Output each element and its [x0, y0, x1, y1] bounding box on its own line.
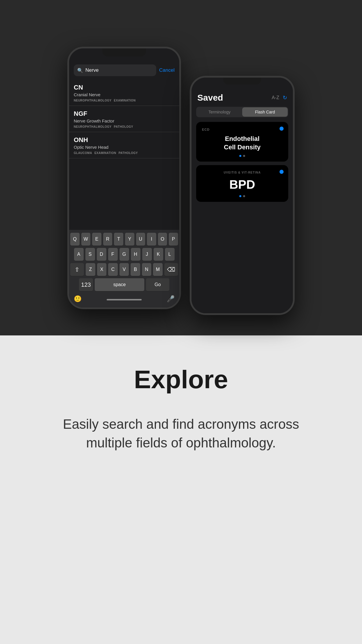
result-item-cn[interactable]: CN Cranial Nerve NEUROPHTHALMOLOGY EXAMI…	[69, 80, 179, 106]
key-u[interactable]: U	[136, 233, 145, 246]
saved-controls: A-Z ↻	[272, 94, 287, 101]
key-q[interactable]: Q	[70, 233, 80, 246]
result-name-cn: Cranial Nerve	[74, 92, 175, 97]
result-acronym-ngf: NGF	[74, 110, 175, 118]
card-abbr-ecd: ECD	[202, 128, 282, 131]
mic-icon[interactable]: 🎤	[167, 295, 175, 303]
search-icon: 🔍	[77, 68, 83, 73]
flash-card-bpd[interactable]: UVEITIS & VIT-RETINA BPD	[196, 165, 288, 202]
key-c[interactable]: C	[108, 263, 118, 276]
result-name-onh: Optic Nerve Head	[74, 145, 175, 150]
key-z[interactable]: Z	[86, 263, 95, 276]
key-x[interactable]: X	[97, 263, 107, 276]
result-item-onh[interactable]: ONH Optic Nerve Head GLAUCOMA EXAMINATIO…	[69, 132, 179, 158]
tag-exam-onh: EXAMINATION	[94, 151, 116, 155]
key-go[interactable]: Go	[146, 278, 169, 291]
key-o[interactable]: O	[158, 233, 167, 246]
tag-glaucoma: GLAUCOMA	[74, 151, 92, 155]
dot-2	[243, 155, 245, 157]
notch-left	[102, 48, 146, 57]
card-tag-bpd: UVEITIS & VIT-RETINA	[202, 171, 282, 174]
key-w[interactable]: W	[81, 233, 91, 246]
key-delete[interactable]: ⌫	[164, 263, 178, 276]
flash-card-ecd[interactable]: ECD EndothelialCell Density	[196, 122, 288, 162]
az-label: A-Z	[272, 95, 279, 100]
result-tags-cn: NEUROPHTHALMOLOGY EXAMINATION	[74, 99, 175, 102]
tag-path-onh: PATHOLOGY	[119, 151, 138, 155]
bottom-section: Explore Easily search and find acronyms …	[0, 335, 362, 644]
explore-title: Explore	[134, 365, 228, 394]
key-j[interactable]: J	[142, 248, 152, 261]
tab-flashcard[interactable]: Flash Card	[242, 107, 288, 117]
card-term-bpd: BPD	[202, 178, 282, 192]
keyboard-bottom: 🙂 🎤	[70, 293, 178, 306]
tag-ngf-neuro: NEUROPHTHALMOLOGY	[74, 125, 112, 128]
home-indicator	[107, 299, 142, 300]
card-page-dots-bpd	[202, 195, 282, 197]
saved-title: Saved	[197, 93, 223, 103]
emoji-icon[interactable]: 🙂	[74, 295, 82, 303]
key-numbers[interactable]: 123	[79, 278, 93, 291]
card-dot-bpd	[280, 170, 284, 174]
result-tags-ngf: NEUROPHTHALMOLOGY PATHOLOGY	[74, 125, 175, 128]
keyboard[interactable]: Q W E R T Y U I O P A S D F G H	[69, 230, 179, 307]
keyboard-row-1: Q W E R T Y U I O P	[70, 233, 178, 246]
card-term-ecd: EndothelialCell Density	[202, 135, 282, 151]
key-t[interactable]: T	[114, 233, 123, 246]
search-input-value[interactable]: Nerve	[85, 67, 99, 73]
screen-left: 🔍 Nerve Cancel CN Cranial Nerve NEUROPHT…	[69, 48, 179, 307]
key-v[interactable]: V	[120, 263, 129, 276]
screen-right: Saved A-Z ↻ Terminology Flash Card ECD E…	[191, 78, 293, 313]
top-section: 🔍 Nerve Cancel CN Cranial Nerve NEUROPHT…	[0, 0, 362, 335]
result-acronym-onh: ONH	[74, 136, 175, 144]
key-e[interactable]: E	[92, 233, 101, 246]
key-i[interactable]: I	[147, 233, 156, 246]
result-tags-onh: GLAUCOMA EXAMINATION PATHOLOGY	[74, 151, 175, 155]
key-shift[interactable]: ⇧	[70, 263, 84, 276]
key-b[interactable]: B	[131, 263, 140, 276]
dot-bpd-2	[243, 195, 245, 197]
tag-examination: EXAMINATION	[114, 99, 136, 102]
key-s[interactable]: S	[85, 248, 95, 261]
search-bar[interactable]: 🔍 Nerve	[74, 64, 156, 76]
card-dot-ecd	[280, 127, 284, 131]
key-l[interactable]: L	[165, 248, 175, 261]
tabs-bar: Terminology Flash Card	[196, 107, 288, 117]
notch-right	[223, 78, 261, 85]
key-k[interactable]: K	[154, 248, 163, 261]
tag-pathology: PATHOLOGY	[114, 125, 133, 128]
key-g[interactable]: G	[120, 248, 129, 261]
key-h[interactable]: H	[131, 248, 140, 261]
result-name-ngf: Nerve Growth Factor	[74, 118, 175, 123]
keyboard-row-3: ⇧ Z X C V B N M ⌫	[70, 263, 178, 276]
key-space[interactable]: space	[95, 278, 144, 291]
key-y[interactable]: Y	[125, 233, 134, 246]
key-d[interactable]: D	[97, 248, 106, 261]
card-page-dots-ecd	[202, 155, 282, 157]
result-item-ngf[interactable]: NGF Nerve Growth Factor NEUROPHTHALMOLOG…	[69, 106, 179, 132]
cancel-button[interactable]: Cancel	[159, 67, 175, 73]
tab-terminology[interactable]: Terminology	[197, 107, 242, 117]
key-f[interactable]: F	[108, 248, 118, 261]
key-n[interactable]: N	[142, 263, 152, 276]
phone-right: Saved A-Z ↻ Terminology Flash Card ECD E…	[190, 76, 295, 315]
results-area: CN Cranial Nerve NEUROPHTHALMOLOGY EXAMI…	[69, 80, 179, 230]
key-p[interactable]: P	[169, 233, 178, 246]
result-acronym-cn: CN	[74, 84, 175, 91]
cards-area: ECD EndothelialCell Density UVEITIS & VI…	[191, 122, 293, 313]
key-r[interactable]: R	[103, 233, 113, 246]
explore-description: Easily search and find acronyms across m…	[50, 415, 312, 452]
dot-1	[239, 155, 241, 157]
key-a[interactable]: A	[74, 248, 84, 261]
tag-neurophthalmology: NEUROPHTHALMOLOGY	[74, 99, 112, 102]
phone-left: 🔍 Nerve Cancel CN Cranial Nerve NEUROPHT…	[67, 47, 181, 309]
dot-bpd-1	[239, 195, 241, 197]
keyboard-row-2: A S D F G H J K L	[70, 248, 178, 261]
keyboard-row-4: 123 space Go	[70, 278, 178, 291]
key-m[interactable]: M	[153, 263, 163, 276]
refresh-icon[interactable]: ↻	[283, 94, 287, 101]
